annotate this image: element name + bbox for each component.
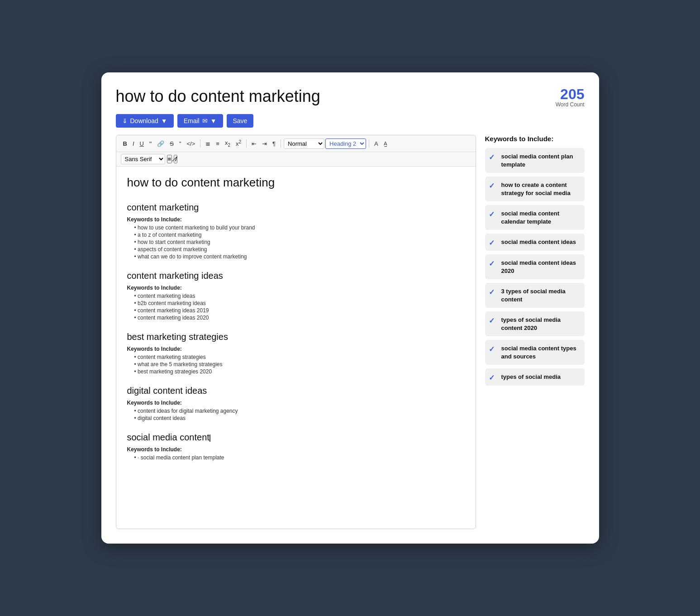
indent-left-button[interactable]: ⇤ [249, 139, 259, 148]
section-heading-1: content marketing [127, 202, 465, 213]
keywords-label-3: Keywords to Include: [127, 346, 465, 352]
section-heading-4: digital content ideas [127, 386, 465, 396]
section-heading-3: best marketing strategies [127, 332, 465, 342]
keyword-card-3: ✓ social media content calendar template [485, 205, 585, 230]
keyword-card-6: ✓ 3 types of social media content [485, 283, 585, 308]
check-icon-3: ✓ [489, 210, 495, 220]
editor-toolbar-row1: B I U " 🔗 S " </> ≣ ≡ x2 x2 ⇤ ⇥ ¶ Normal [116, 135, 476, 152]
word-count-label: Word Count [556, 101, 585, 108]
list-item: digital content ideas [134, 415, 465, 421]
list-item: b2b content marketing ideas [134, 300, 465, 306]
underline-button[interactable]: U [138, 139, 146, 148]
main-content: B I U " 🔗 S " </> ≣ ≡ x2 x2 ⇤ ⇥ ¶ Normal [116, 135, 585, 529]
superscript-button[interactable]: x2 [233, 138, 243, 148]
keyword-card-1: ✓ social media content plan template [485, 148, 585, 173]
list-item: aspects of content marketing [134, 246, 465, 253]
unordered-list-button[interactable]: ≡ [214, 139, 222, 148]
normal-select[interactable]: Normal Heading 1 Heading 2 Heading 3 [284, 138, 324, 149]
list-item: what are the 5 marketing strategies [134, 361, 465, 368]
keywords-list-1: how to use content marketing to build yo… [127, 224, 465, 260]
email-chevron-icon: ▼ [210, 117, 217, 124]
page-title: how to do content marketing [116, 87, 556, 106]
subscript-button[interactable]: x2 [223, 138, 233, 149]
email-icon: ✉ [202, 117, 208, 124]
sidebar: Keywords to Include: ✓ social media cont… [485, 135, 585, 529]
check-icon-9: ✓ [489, 373, 495, 383]
keywords-list-5: · social media content plan template [127, 454, 465, 461]
email-button[interactable]: Email ✉ ▼ [177, 114, 223, 128]
section-digital-content-ideas: digital content ideas Keywords to Includ… [127, 386, 465, 421]
keyword-card-5: ✓ social media content ideas 2020 [485, 254, 585, 279]
keyword-card-2: ✓ how to create a content strategy for s… [485, 177, 585, 201]
font-bg-button[interactable]: A̲ [381, 139, 390, 148]
check-icon-7: ✓ [489, 316, 495, 326]
separator4 [369, 139, 369, 148]
list-item: what can we do to improve content market… [134, 253, 465, 260]
heading-select[interactable]: Heading 2 Heading 1 Heading 3 [325, 138, 366, 149]
keyword-card-8: ✓ social media content types and sources [485, 340, 585, 365]
download-button[interactable]: ⇓ Download ▼ [116, 114, 174, 128]
save-button[interactable]: Save [227, 114, 254, 128]
keyword-card-4: ✓ social media content ideas [485, 234, 585, 251]
list-item: how to use content marketing to build yo… [134, 224, 465, 231]
section-content-marketing-ideas: content marketing ideas Keywords to Incl… [127, 271, 465, 321]
section-best-marketing-strategies: best marketing strategies Keywords to In… [127, 332, 465, 375]
font-color-button[interactable]: A [372, 139, 381, 148]
list-item: content ideas for digital marketing agen… [134, 408, 465, 414]
section-heading-5: social media content [127, 432, 465, 443]
keywords-list-4: content ideas for digital marketing agen… [127, 408, 465, 421]
ordered-list-button[interactable]: ≣ [203, 139, 213, 148]
keywords-label-1: Keywords to Include: [127, 216, 465, 223]
keywords-list-3: content marketing strategies what are th… [127, 354, 465, 375]
keywords-list-2: content marketing ideas b2b content mark… [127, 293, 465, 321]
word-count-number: 205 [556, 87, 585, 101]
text-cursor [210, 435, 210, 442]
list-item: · social media content plan template [134, 454, 465, 461]
editor-content[interactable]: how to do content marketing content mark… [116, 167, 476, 529]
indent-right-button[interactable]: ⇥ [260, 139, 269, 148]
quote2-button[interactable]: " [177, 139, 184, 148]
sidebar-title: Keywords to Include: [485, 135, 585, 143]
keywords-label-5: Keywords to Include: [127, 446, 465, 453]
keywords-label-2: Keywords to Include: [127, 285, 465, 291]
italic-button[interactable]: I [130, 139, 137, 148]
word-count-area: 205 Word Count [556, 87, 585, 108]
section-social-media-content: social media content Keywords to Include… [127, 432, 465, 461]
font-select[interactable]: Sans Serif Serif Monospace [121, 154, 165, 164]
section-heading-2: content marketing ideas [127, 271, 465, 281]
check-icon-8: ✓ [489, 344, 495, 354]
strikethrough-button[interactable]: S [167, 139, 176, 148]
check-icon-1: ✓ [489, 153, 495, 162]
separator3 [281, 139, 281, 148]
keyword-card-7: ✓ types of social media content 2020 [485, 311, 585, 336]
list-item: a to z of content marketing [134, 232, 465, 238]
list-item: best marketing strategies 2020 [134, 368, 465, 375]
section-content-marketing: content marketing Keywords to Include: h… [127, 202, 465, 260]
editor-area: B I U " 🔗 S " </> ≣ ≡ x2 x2 ⇤ ⇥ ¶ Normal [116, 135, 476, 529]
list-item: content marketing ideas [134, 293, 465, 299]
check-icon-6: ✓ [489, 287, 495, 297]
keyword-card-9: ✓ types of social media [485, 368, 585, 386]
code-button[interactable]: </> [185, 139, 198, 148]
list-item: content marketing ideas 2019 [134, 307, 465, 314]
check-icon-2: ✓ [489, 181, 495, 191]
align-button[interactable]: ≡ [167, 155, 172, 163]
paragraph-button[interactable]: ¶ [270, 139, 278, 148]
link-button[interactable]: 🔗 [155, 139, 167, 148]
clear-format-button[interactable]: I̸ [174, 155, 177, 163]
separator2 [246, 139, 247, 148]
quote-button[interactable]: " [147, 138, 154, 149]
list-item: content marketing strategies [134, 354, 465, 360]
check-icon-4: ✓ [489, 238, 495, 248]
download-chevron-icon: ▼ [161, 117, 167, 124]
download-icon: ⇓ [122, 117, 128, 124]
list-item: how to start content marketing [134, 239, 465, 245]
check-icon-5: ✓ [489, 259, 495, 269]
editor-toolbar-row2: Sans Serif Serif Monospace ≡ I̸ [116, 152, 476, 167]
bold-button[interactable]: B [121, 139, 129, 148]
doc-heading: how to do content marketing [127, 176, 465, 190]
list-item: content marketing ideas 2020 [134, 315, 465, 321]
keywords-label-4: Keywords to Include: [127, 400, 465, 406]
separator1 [200, 139, 200, 148]
